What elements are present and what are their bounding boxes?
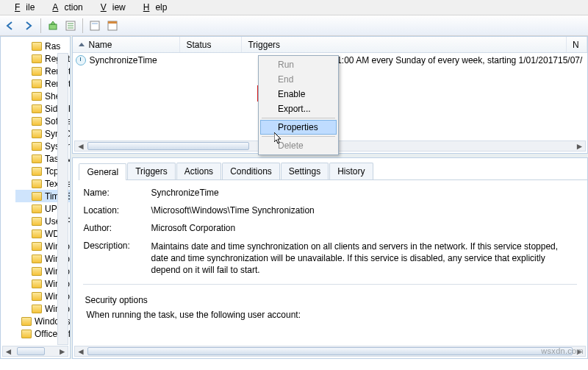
cursor-icon	[274, 132, 283, 144]
detail-scrollbar-h[interactable]: ◄►	[74, 346, 586, 357]
folder-icon	[32, 142, 42, 151]
back-button[interactable]	[3, 18, 19, 34]
svg-rect-3	[92, 23, 98, 24]
folder-icon	[32, 280, 42, 288]
folder-icon	[32, 104, 42, 113]
menu-file[interactable]: FFileile	[3, 0, 40, 15]
col-name[interactable]: Name	[73, 37, 180, 52]
tab-triggers[interactable]: Triggers	[127, 163, 176, 179]
ctx-run[interactable]: Run	[260, 57, 337, 72]
up-button[interactable]	[45, 18, 61, 34]
context-menu: Run End Enable Export... Properties Dele…	[258, 55, 339, 155]
folder-icon	[32, 154, 42, 163]
list-header: Name Status Triggers N	[73, 37, 587, 53]
svg-rect-0	[49, 24, 57, 29]
toolbar	[0, 15, 588, 36]
location-label: Location:	[83, 205, 151, 216]
tab-actions[interactable]: Actions	[176, 163, 221, 179]
menu-view[interactable]: View	[89, 0, 132, 15]
ctx-export[interactable]: Export...	[260, 102, 337, 116]
ctx-end[interactable]: End	[260, 72, 337, 87]
folder-icon	[32, 230, 42, 238]
folder-icon	[32, 42, 42, 51]
author-value: Microsoft Corporation	[151, 223, 577, 233]
tree-pane: RasRegistryRemoteApp and DRemoteAssistan…	[0, 36, 71, 359]
ctx-delete[interactable]: Delete	[260, 138, 337, 153]
menu-action[interactable]: Action	[40, 0, 88, 15]
tabs: General Triggers Actions Conditions Sett…	[79, 163, 587, 180]
folder-icon	[21, 317, 32, 326]
tree-item[interactable]: Ras	[15, 40, 70, 52]
name-value: SynchronizeTime	[151, 188, 577, 198]
folder-icon	[32, 79, 42, 88]
col-status[interactable]: Status	[180, 37, 242, 52]
task-name-cell: SynchronizeTime	[89, 55, 182, 65]
folder-icon	[32, 305, 42, 313]
detail-pane: General Triggers Actions Conditions Sett…	[72, 157, 588, 359]
folder-icon	[32, 54, 42, 63]
clock-icon	[76, 55, 86, 65]
hide-pane-button[interactable]	[104, 18, 121, 34]
task-next-cell: 15/07/	[558, 55, 587, 65]
folder-icon	[32, 192, 42, 201]
refresh-button[interactable]	[62, 18, 79, 34]
ctx-properties[interactable]: Properties	[260, 120, 337, 135]
folder-icon	[21, 330, 32, 338]
tree-scrollbar-v[interactable]	[57, 53, 68, 345]
col-triggers[interactable]: Triggers	[242, 37, 567, 52]
forward-button[interactable]	[21, 18, 37, 34]
description-label: Description:	[83, 241, 151, 277]
folder-icon	[32, 92, 42, 101]
description-value: Maintains date and time synchronization …	[151, 241, 577, 277]
folder-icon	[32, 267, 42, 276]
tab-conditions[interactable]: Conditions	[222, 163, 280, 179]
folder-icon	[32, 129, 42, 138]
tree-scrollbar-h[interactable]: ◄►	[2, 346, 68, 357]
folder-icon	[32, 179, 42, 188]
properties-toolbar-button[interactable]	[87, 18, 103, 34]
folder-icon	[32, 242, 42, 251]
menubar: FFileile Action View Help	[0, 0, 588, 15]
folder-icon	[32, 167, 42, 176]
folder-icon	[32, 255, 42, 263]
tab-history[interactable]: History	[329, 163, 373, 179]
author-label: Author:	[83, 223, 151, 233]
svg-rect-2	[90, 21, 99, 30]
folder-icon	[32, 117, 42, 126]
folder-icon	[32, 204, 42, 213]
name-label: Name:	[83, 188, 151, 198]
security-label: Security options	[83, 291, 577, 310]
ctx-enable[interactable]: Enable	[260, 87, 337, 102]
watermark: wsxdn.com	[541, 346, 584, 355]
folder-icon	[32, 292, 42, 301]
col-next[interactable]: N	[567, 37, 587, 52]
tab-settings[interactable]: Settings	[281, 163, 329, 179]
folder-icon	[32, 217, 42, 226]
svg-rect-5	[108, 21, 117, 24]
user-account-label: When running the task, use the following…	[83, 310, 577, 320]
folder-icon	[32, 67, 42, 76]
tab-general[interactable]: General	[79, 163, 126, 180]
location-value: \Microsoft\Windows\Time Synchronization	[151, 205, 577, 216]
menu-help[interactable]: Help	[132, 0, 173, 15]
